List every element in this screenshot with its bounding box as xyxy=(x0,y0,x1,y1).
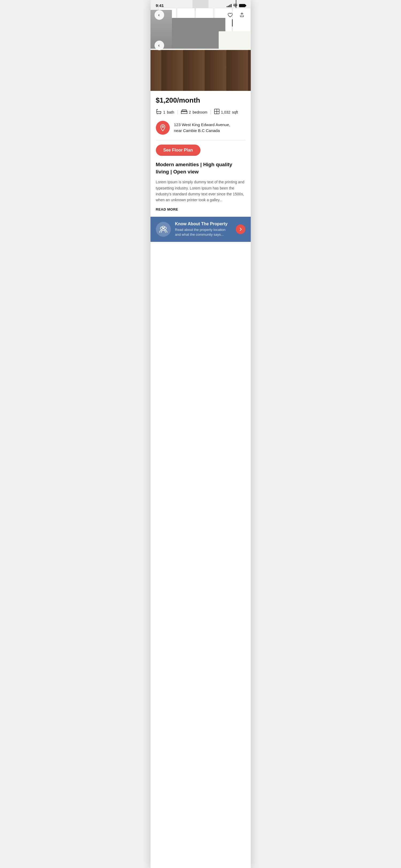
bedroom-count: 2 xyxy=(189,110,191,114)
bedroom-label: bedroom xyxy=(192,110,207,114)
listing-description: Lorem Ipsum is simply dummy text of the … xyxy=(156,179,245,203)
address-text: 123 West King Edward Avenue, near Cambie… xyxy=(174,122,230,134)
prev-image-button[interactable]: ‹ xyxy=(155,41,164,50)
svg-rect-2 xyxy=(182,111,184,112)
heart-icon xyxy=(228,13,233,18)
battery-icon xyxy=(239,4,245,7)
sqft-icon xyxy=(214,109,219,116)
svg-rect-1 xyxy=(181,111,187,114)
separator-2 xyxy=(211,110,211,114)
phone-container: 9:41 xyxy=(151,0,251,868)
back-button[interactable]: ‹ xyxy=(155,10,164,20)
share-button[interactable] xyxy=(237,10,247,20)
property-features: 1 bath 2 bedroom xyxy=(156,109,245,116)
address-section: 123 West King Edward Avenue, near Cambie… xyxy=(156,121,245,135)
separator-1 xyxy=(178,110,178,114)
share-icon xyxy=(240,12,244,18)
back-chevron-icon: ‹ xyxy=(158,12,160,18)
wifi-icon xyxy=(233,3,237,8)
banner-arrow-button[interactable] xyxy=(236,224,245,234)
status-time: 9:41 xyxy=(156,3,164,8)
location-pin-icon xyxy=(160,124,166,131)
kitchen-floor xyxy=(151,50,251,91)
bath-count: 1 xyxy=(163,110,165,114)
bedroom-icon xyxy=(181,109,187,115)
status-icons xyxy=(227,3,245,8)
sqft-feature: 1,032 sqft xyxy=(214,109,238,116)
price: $1,200/month xyxy=(156,96,245,104)
bath-icon xyxy=(156,109,162,116)
banner-text-area: Know About The Property Read about the p… xyxy=(175,221,232,237)
bottom-banner: Know About The Property Read about the p… xyxy=(151,217,251,242)
banner-title: Know About The Property xyxy=(175,221,232,226)
arrow-right-icon xyxy=(239,227,243,231)
address-pin-circle xyxy=(156,121,170,135)
sqft-label: sqft xyxy=(232,110,238,114)
community-icon xyxy=(158,224,168,234)
svg-point-8 xyxy=(160,227,163,229)
hero-image: 9:41 xyxy=(151,0,251,91)
appliances xyxy=(172,18,225,53)
svg-rect-3 xyxy=(184,111,187,112)
signal-icon xyxy=(227,4,232,7)
content-area: $1,200/month 1 bath xyxy=(151,91,251,217)
prev-chevron-icon: ‹ xyxy=(158,43,160,48)
action-buttons xyxy=(225,10,247,20)
favorite-button[interactable] xyxy=(225,10,235,20)
bedroom-feature: 2 bedroom xyxy=(181,109,208,115)
listing-title: Modern amenities | High quality living |… xyxy=(156,161,245,175)
community-avatar xyxy=(156,222,171,237)
bath-feature: 1 bath xyxy=(156,109,174,116)
banner-subtitle: Read about the property location and wha… xyxy=(175,227,232,237)
svg-point-10 xyxy=(162,226,165,229)
status-bar: 9:41 xyxy=(151,0,251,9)
floor-plan-button[interactable]: See Floor Plan xyxy=(156,145,201,156)
bath-label: bath xyxy=(167,110,174,114)
svg-point-9 xyxy=(164,227,166,229)
read-more-button[interactable]: READ MORE xyxy=(156,207,245,211)
sqft-count: 1,032 xyxy=(221,110,230,114)
svg-point-7 xyxy=(162,126,164,127)
